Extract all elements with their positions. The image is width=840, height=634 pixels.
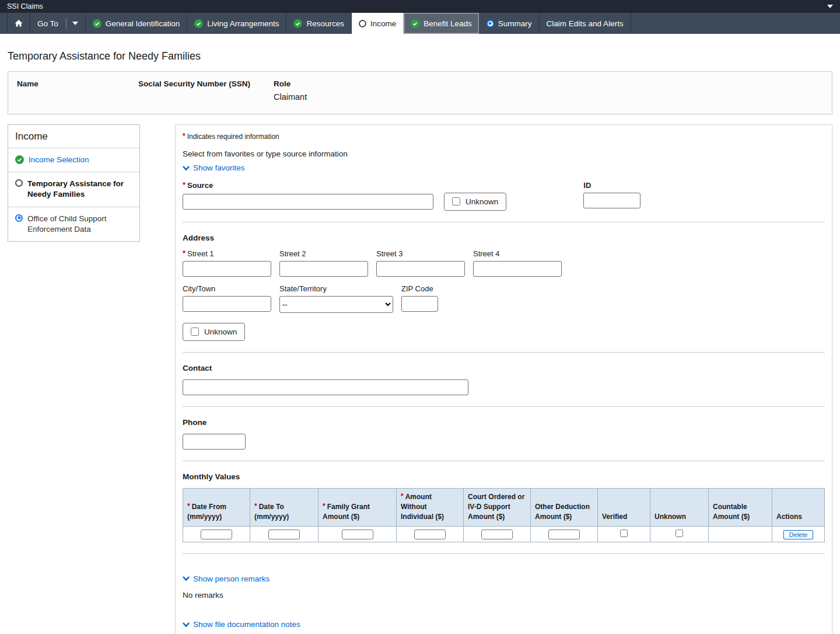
street4-label: Street 4 <box>473 249 562 258</box>
page-title: Temporary Assistance for Needy Families <box>8 50 832 62</box>
show-file-notes-toggle[interactable]: Show file documentation notes <box>183 620 300 629</box>
source-label: *Source <box>183 181 506 190</box>
required-marker: * <box>183 249 186 257</box>
street1-input[interactable] <box>183 261 271 277</box>
tab-label: Resources <box>306 19 344 28</box>
tab-label: General Identification <box>106 19 180 28</box>
tab-resources[interactable]: Resources <box>286 13 352 34</box>
date-to-input[interactable] <box>268 530 300 539</box>
row-delete-button[interactable]: Delete <box>783 530 814 539</box>
sidebar-item-income-selection[interactable]: Income Selection <box>8 148 139 172</box>
tab-benefit-leads[interactable]: Benefit Leads <box>404 13 480 34</box>
in-progress-radio-icon <box>359 20 366 27</box>
tab-general-identification[interactable]: General Identification <box>86 13 188 34</box>
city-input[interactable] <box>183 296 271 312</box>
goto-label: Go To <box>37 19 58 28</box>
section-divider <box>183 553 825 554</box>
tab-income[interactable]: Income <box>352 13 404 34</box>
main-nav: Go To General Identification Living Arra… <box>0 13 840 34</box>
unknown-checkbox[interactable] <box>676 530 683 537</box>
table-row: Delete <box>183 526 825 542</box>
required-marker: * <box>323 502 326 510</box>
show-favorites-label: Show favorites <box>193 163 245 172</box>
street4-field: Street 4 <box>473 249 562 277</box>
verified-checkbox[interactable] <box>620 530 628 537</box>
info-radio-icon <box>487 20 494 27</box>
sidebar-title: Income <box>8 125 139 148</box>
income-form-panel: *Indicates required information Select f… <box>175 124 832 634</box>
home-icon <box>14 19 23 28</box>
home-button[interactable] <box>7 13 30 34</box>
street4-input[interactable] <box>473 261 562 277</box>
date-from-input[interactable] <box>201 530 232 539</box>
complete-check-icon <box>15 155 24 164</box>
phone-heading: Phone <box>183 418 825 427</box>
source-unknown-group: Unknown <box>444 193 506 211</box>
family-grant-amount-input[interactable] <box>342 530 373 539</box>
show-favorites-toggle[interactable]: Show favorites <box>183 163 245 172</box>
required-marker: * <box>183 132 186 140</box>
tab-summary[interactable]: Summary <box>480 13 540 34</box>
address-unknown-checkbox[interactable] <box>191 328 199 336</box>
state-select[interactable]: -- <box>279 296 393 313</box>
countable-amount-value <box>709 526 772 542</box>
col-date-to: *Date To (mm/yyyy) <box>250 488 318 526</box>
tab-label: Benefit Leads <box>424 19 472 28</box>
sidebar-item-label: Temporary Assistance for Needy Families <box>27 179 132 200</box>
person-ssn-column: Social Security Number (SSN) <box>138 79 274 103</box>
phone-input[interactable] <box>183 434 246 450</box>
id-label: ID <box>583 181 640 190</box>
required-marker: * <box>187 502 190 510</box>
goto-divider <box>66 18 66 29</box>
monthly-values-table: *Date From (mm/yyyy) *Date To (mm/yyyy) … <box>183 488 825 542</box>
show-person-remarks-toggle[interactable]: Show person remarks <box>183 574 270 583</box>
address-unknown-group: Unknown <box>183 323 245 341</box>
sidebar-item-tanf[interactable]: Temporary Assistance for Needy Families <box>8 172 139 206</box>
favorites-hint: Select from favorites or type source inf… <box>183 149 825 158</box>
col-amount-without-individual: *Amount Without Individual ($) <box>397 488 464 526</box>
street3-label: Street 3 <box>376 249 465 258</box>
contact-input[interactable] <box>183 379 468 395</box>
person-header: Name Social Security Number (SSN) Role C… <box>8 71 832 114</box>
table-header-row: *Date From (mm/yyyy) *Date To (mm/yyyy) … <box>183 488 825 526</box>
other-deduction-amount-input[interactable] <box>548 530 580 539</box>
court-ordered-amount-input[interactable] <box>481 530 513 539</box>
complete-check-icon <box>293 19 302 28</box>
app-title: SSI Claims <box>7 2 43 11</box>
tab-label: Claim Edits and Alerts <box>547 19 624 28</box>
role-label: Role <box>274 79 307 88</box>
page-body: Temporary Assistance for Needy Families … <box>0 50 840 634</box>
no-remarks-text: No remarks <box>183 591 825 600</box>
tab-living-arrangements[interactable]: Living Arrangements <box>187 13 286 34</box>
col-verified: Verified <box>598 488 650 526</box>
zip-field: ZIP Code <box>401 284 438 313</box>
col-court-ordered: *Court Ordered or IV-D Support Amount ($… <box>464 488 531 526</box>
state-label: State/Territory <box>279 284 393 293</box>
header-menu-caret-icon[interactable] <box>827 5 833 8</box>
address-heading: Address <box>183 234 825 242</box>
complete-check-icon <box>93 19 102 28</box>
in-progress-radio-icon <box>15 179 23 187</box>
sidebar-item-ocse-data[interactable]: Office of Child Support Enforcement Data <box>8 207 139 241</box>
complete-check-icon <box>194 19 203 28</box>
state-field: State/Territory -- <box>279 284 393 313</box>
chevron-down-icon <box>183 576 190 581</box>
col-other-deduction: *Other Deduction Amount ($) <box>531 488 598 526</box>
id-input[interactable] <box>583 193 640 208</box>
tab-label: Living Arrangements <box>207 19 279 28</box>
section-divider <box>183 222 825 222</box>
tab-claim-edits-and-alerts[interactable]: Claim Edits and Alerts <box>540 13 631 34</box>
amount-without-individual-input[interactable] <box>414 530 446 539</box>
street3-input[interactable] <box>376 261 465 277</box>
contact-heading: Contact <box>183 364 825 372</box>
zip-input[interactable] <box>401 296 438 312</box>
section-divider <box>183 352 825 353</box>
goto-dropdown[interactable]: Go To <box>30 13 86 34</box>
source-input[interactable] <box>183 194 433 210</box>
street2-input[interactable] <box>279 261 368 277</box>
ssn-label: Social Security Number (SSN) <box>138 79 274 88</box>
city-label: City/Town <box>183 284 271 293</box>
source-unknown-checkbox[interactable] <box>452 197 460 205</box>
chevron-down-icon <box>183 166 190 170</box>
ssn-value <box>138 92 274 103</box>
